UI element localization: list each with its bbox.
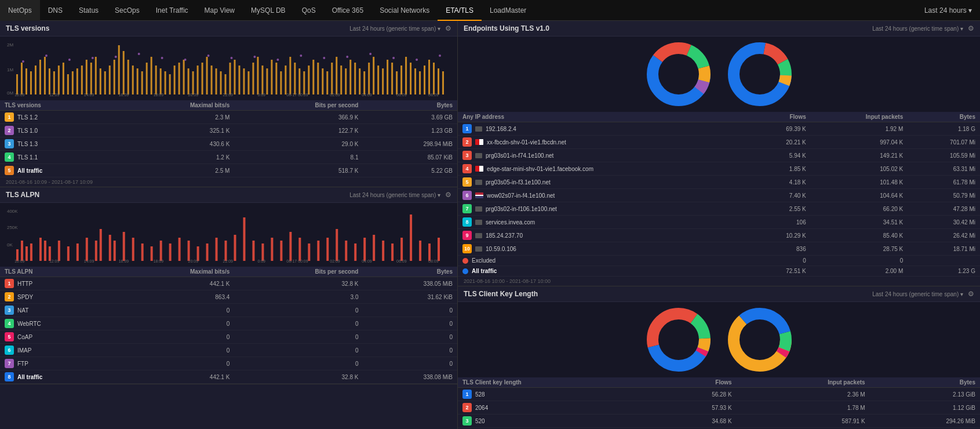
tls-alpn-settings-icon[interactable]: ⚙ [445, 191, 451, 199]
svg-rect-10 [49, 68, 50, 94]
svg-text:02:09: 02:09 [330, 93, 340, 97]
svg-rect-47 [220, 71, 222, 94]
svg-point-110 [346, 56, 348, 58]
svg-text:14:09: 14:09 [84, 259, 94, 263]
nav-item-inet-traffic[interactable]: Inet Traffic [148, 0, 196, 21]
svg-rect-169 [336, 229, 338, 261]
svg-rect-180 [438, 238, 440, 261]
tls-client-key-donut-area [458, 302, 980, 377]
col-key-flows: Flows [653, 377, 736, 388]
nav-item-qos[interactable]: QoS [294, 0, 324, 21]
svg-rect-37 [174, 66, 176, 94]
svg-rect-87 [405, 57, 407, 94]
nav-item-map-view[interactable]: Map View [196, 0, 243, 21]
svg-rect-132 [21, 241, 23, 261]
nav-item-netops[interactable]: NetOps [0, 0, 40, 21]
svg-rect-21 [100, 68, 101, 94]
svg-point-105 [230, 57, 232, 59]
tls-client-key-header: TLS Client Key Length Last 24 hours (gen… [458, 286, 980, 302]
table-row: 7 prg03s02-in-f106.1e100.net 2.55 K 66.2… [458, 202, 980, 216]
svg-text:0:09: 0:09 [257, 93, 265, 97]
tls-versions-title: TLS versions [6, 24, 349, 32]
svg-rect-91 [424, 66, 425, 94]
svg-rect-178 [419, 241, 421, 261]
svg-text:16:09: 16:09 [119, 93, 129, 97]
col-alpn-bps: Bits per second [234, 267, 363, 277]
tls-versions-meta[interactable]: Last 24 hours (generic time span) ▾ [349, 26, 440, 32]
svg-rect-85 [396, 71, 398, 94]
table-row: 1 192.168.2.4 69.39 K 1.92 M 1.18 G [458, 122, 980, 136]
table-row: 7 FTP 0 0 0 [0, 357, 457, 370]
svg-rect-58 [271, 60, 272, 94]
endpoints-settings-icon[interactable]: ⚙ [968, 24, 974, 32]
svg-rect-16 [76, 68, 78, 94]
svg-text:20:09: 20:09 [188, 93, 199, 97]
table-row: 3 NAT 0 0 0 [0, 304, 457, 317]
nav-item-loadmaster[interactable]: LoadMaster [482, 0, 534, 21]
svg-rect-61 [285, 66, 286, 94]
svg-rect-144 [109, 235, 111, 261]
svg-rect-134 [30, 243, 32, 261]
nav-item-eta-tls[interactable]: ETA/TLS [438, 0, 482, 21]
table-row: 6 IMAP 0 0 0 [0, 344, 457, 357]
svg-rect-152 [178, 238, 181, 261]
nav-item-status[interactable]: Status [71, 0, 107, 21]
svg-rect-26 [123, 51, 125, 94]
table-row: 2 TLS 1.0 325.1 K 122.7 K 1.23 GB [0, 124, 457, 137]
table-row: 2 xx-fbcdn-shv-01-vie1.fbcdn.net 20.21 K… [458, 136, 980, 149]
svg-rect-81 [377, 66, 379, 94]
svg-rect-161 [261, 243, 264, 261]
tls-client-key-section: TLS Client Key Length Last 24 hours (gen… [458, 286, 980, 429]
table-row: 5 All traffic 2.5 M 518.7 K 5.22 GB [0, 164, 457, 177]
svg-rect-78 [363, 71, 365, 94]
svg-rect-32 [151, 57, 152, 94]
table-row: Excluded 0 0 [458, 256, 980, 266]
svg-rect-13 [63, 63, 64, 94]
nav-item-dns[interactable]: DNS [40, 0, 71, 21]
table-row: 4 WebRTC 0 0 0 [0, 317, 457, 330]
svg-rect-158 [234, 235, 236, 261]
svg-rect-153 [188, 241, 190, 261]
svg-rect-5 [25, 68, 27, 94]
nav-item-social-networks[interactable]: Social Networks [371, 0, 438, 21]
svg-point-114 [439, 54, 441, 57]
svg-rect-45 [211, 66, 213, 94]
col-header-max: Maximal bits/s [115, 100, 234, 111]
svg-rect-171 [354, 243, 356, 261]
endpoints-header: Endpoints Using TLS v1.0 Last 24 hours (… [458, 21, 980, 37]
svg-rect-41 [192, 71, 194, 94]
endpoints-meta[interactable]: Last 24 hours (generic time span) ▾ [872, 26, 963, 32]
svg-text:0M: 0M [7, 90, 13, 96]
svg-text:250K: 250K [7, 225, 18, 230]
col-key-packets: Input packets [737, 377, 870, 388]
svg-text:22:09: 22:09 [223, 259, 234, 263]
svg-text:0:09: 0:09 [257, 259, 265, 263]
svg-text:06:09: 06:09 [396, 259, 407, 263]
svg-rect-51 [238, 66, 240, 94]
table-row: 1 TLS 1.2 2.3 M 366.9 K 3.69 GB [0, 111, 457, 124]
settings-icon[interactable]: ⚙ [445, 24, 451, 32]
svg-rect-48 [225, 74, 227, 94]
svg-rect-15 [72, 71, 74, 94]
svg-point-101 [138, 53, 140, 55]
time-range-selector[interactable]: Last 24 hours ▾ [916, 6, 980, 14]
svg-text:16:09: 16:09 [119, 259, 129, 263]
table-row: 3 520 34.68 K 587.91 K 294.26 MiB [458, 415, 980, 428]
nav-item-secops[interactable]: SecOps [107, 0, 148, 21]
svg-text:12:09: 12:09 [49, 259, 60, 263]
svg-text:08-17 00:09: 08-17 00:09 [286, 259, 308, 263]
svg-rect-19 [90, 63, 92, 94]
tls-alpn-meta[interactable]: Last 24 hours (generic time span) ▾ [349, 192, 440, 198]
navigation: NetOps DNS Status SecOps Inet Traffic Ma… [0, 0, 980, 21]
nav-item-office365[interactable]: Office 365 [324, 0, 371, 21]
table-row: 9 185.24.237.70 10.29 K 85.40 K 26.42 Mi [458, 229, 980, 242]
tls-client-key-settings-icon[interactable]: ⚙ [968, 290, 974, 298]
table-row: 8 services.invea.com 106 34.51 K 30.42 M… [458, 216, 980, 229]
svg-rect-60 [280, 71, 282, 94]
tls-client-key-meta[interactable]: Last 24 hours (generic time span) ▾ [872, 291, 963, 297]
tls-versions-chart: 2M 1M 0M [0, 37, 457, 100]
nav-item-mysql-db[interactable]: MySQL DB [243, 0, 294, 21]
svg-rect-27 [127, 60, 129, 94]
svg-rect-92 [428, 60, 430, 94]
tls-alpn-title: TLS ALPN [6, 191, 349, 199]
